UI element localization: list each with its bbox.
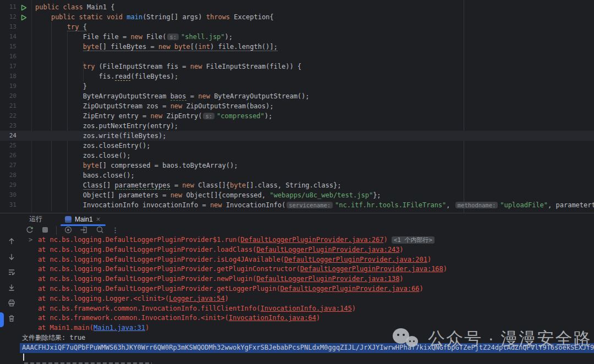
code-line-20[interactable]: 20 ByteArrayOutputStream baos = new Byte…	[0, 91, 594, 101]
console-line[interactable]: at nc.bs.logging.DefaultLoggerPluginProv…	[20, 264, 594, 274]
code-line-22[interactable]: 22 ZipEntry entry = new ZipEntry(s:"comp…	[0, 111, 594, 121]
code-token: =	[186, 92, 199, 100]
down-stack-trace-icon[interactable]	[7, 252, 16, 263]
console-text: at Main1.main(	[22, 324, 94, 332]
close-icon[interactable]: ×	[96, 216, 101, 223]
code-token: File file =	[35, 33, 130, 41]
code-line-28[interactable]: 28 baos.close();	[0, 170, 594, 180]
console-text: )	[399, 275, 403, 283]
code-text: zos.write(fileBytes);	[35, 131, 166, 141]
code-line-14[interactable]: 14 File file = new File(s:"shell.jsp");	[0, 32, 594, 42]
print-icon[interactable]	[7, 299, 16, 309]
line-number: 11	[3, 2, 16, 12]
line-number: 27	[3, 161, 16, 170]
stack-trace-link[interactable]: DefaultLoggerPluginProvider.java:168	[300, 265, 443, 273]
line-number: 31	[3, 200, 16, 210]
run-icon[interactable]	[20, 14, 27, 20]
code-line-12[interactable]: 12 public static void main(String[] args…	[0, 12, 594, 22]
console-text: at nc.bs.framework.common.InvocationInfo…	[22, 305, 260, 312]
stack-trace-link[interactable]: DefaultLoggerPluginProvider.java:243	[256, 246, 399, 253]
code-text: zos.putNextEntry(entry);	[35, 121, 178, 131]
console-line[interactable]: at nc.bs.framework.common.InvocationInfo…	[20, 313, 594, 323]
watermark: 公众号 · 漫漫安全路	[393, 327, 592, 350]
code-line-27[interactable]: 27 byte[] compressed = baos.toByteArray(…	[0, 161, 594, 170]
code-line-13[interactable]: 13 try {	[0, 22, 594, 32]
scroll-to-end-icon[interactable]	[7, 283, 16, 294]
code-text: byte[] compressed = baos.toByteArray();	[35, 161, 238, 170]
wechat-icon	[393, 328, 420, 350]
code-token: byte	[230, 181, 246, 189]
console-line[interactable]: at nc.bs.logging.DefaultLoggerPluginProv…	[20, 255, 594, 265]
code-token: new	[170, 102, 183, 110]
run-toolwindow-header: 运行 Main1 ×	[0, 213, 594, 225]
code-token: =	[170, 181, 183, 189]
code-line-23[interactable]: 23 zos.putNextEntry(entry);	[0, 121, 594, 131]
inlay-hint: servicename:	[287, 202, 333, 208]
code-token	[35, 23, 67, 31]
console-text: )	[224, 295, 228, 302]
stack-trace-link[interactable]: Logger.java:54	[169, 295, 224, 302]
code-line-16[interactable]: 16	[0, 52, 594, 62]
code-token	[35, 162, 83, 169]
run-icon[interactable]	[20, 4, 27, 10]
console-tab-icon	[65, 216, 72, 223]
code-editor[interactable]: 11public class Main1 {12 public static v…	[0, 0, 594, 213]
code-token: Class[]{	[194, 181, 230, 189]
console-line[interactable]: at nc.bs.logging.DefaultLoggerPluginProv…	[20, 245, 594, 255]
stop-icon[interactable]	[41, 226, 49, 235]
fold-marker-icon[interactable]: >	[29, 235, 32, 245]
code-token: [] compressed = baos.toByteArray();	[99, 162, 238, 169]
code-text: byte[] fileBytes = new byte[(int) file.l…	[35, 42, 278, 52]
import-thread-dump-icon[interactable]	[80, 225, 89, 236]
stack-trace-link[interactable]: DefaultLoggerPluginProvider.java:201	[284, 256, 427, 263]
code-line-25[interactable]: 25 zos.closeEntry();	[0, 141, 594, 151]
inlay-hint: s:	[203, 113, 215, 119]
code-line-17[interactable]: 17 try (FileInputStream fis = new FileIn…	[0, 62, 594, 71]
code-token: File(	[142, 33, 166, 41]
code-line-30[interactable]: 30 Object[] parameters = new Object[]{co…	[0, 190, 594, 200]
code-token	[103, 13, 107, 21]
code-line-24[interactable]: 24 zos.write(fileBytes);	[0, 131, 594, 141]
console-line[interactable]: at nc.bs.logging.DefaultLoggerPluginProv…	[20, 284, 594, 294]
rerun-icon[interactable]	[25, 225, 34, 236]
console-line[interactable]	[20, 353, 594, 363]
folded-frames-chip: <1 个内部行>	[392, 236, 435, 244]
up-stack-trace-icon[interactable]	[7, 237, 16, 247]
code-line-18[interactable]: 18 fis.read(fileBytes);	[0, 71, 594, 81]
code-line-21[interactable]: 21 ZipOutputStream zos = new ZipOutputSt…	[0, 101, 594, 111]
console-line[interactable]: at nc.bs.logging.DefaultLoggerPluginProv…	[20, 274, 594, 284]
stack-trace-link[interactable]: InvocationInfo.java:64	[229, 314, 316, 322]
code-token: ByteArrayOutputStream	[35, 92, 170, 100]
console-text: )	[443, 265, 447, 273]
code-line-26[interactable]: 26 zos.close();	[0, 151, 594, 161]
console-line[interactable]: at nc.bs.logging.Logger.<clinit>(Logger.…	[20, 294, 594, 304]
code-line-29[interactable]: 29 Class[] parametertypes = new Class[]{…	[0, 180, 594, 190]
stack-trace-link[interactable]: DefaultLoggerPluginProvider.java:267	[240, 236, 383, 244]
code-token: new	[182, 181, 194, 189]
code-line-19[interactable]: 19 }	[0, 81, 594, 91]
code-text: ZipEntry entry = new ZipEntry(s:"compres…	[35, 111, 272, 121]
code-token: byte	[174, 43, 190, 51]
stack-trace-link[interactable]: DefaultLoggerPluginProvider.java:66	[280, 285, 420, 293]
more-icon[interactable]: ⋮	[112, 227, 119, 234]
stack-trace-link[interactable]: DefaultLoggerPluginProvider.java:138	[256, 275, 399, 283]
stack-trace-link[interactable]: Main1.java:31	[94, 324, 145, 332]
tab-main1[interactable]: Main1 ×	[61, 213, 106, 225]
code-token	[170, 43, 174, 51]
code-text: zos.close();	[35, 151, 130, 161]
profiler-icon[interactable]	[96, 225, 105, 236]
coverage-icon[interactable]	[64, 225, 73, 236]
stack-trace-link[interactable]: InvocationInfo.java:145	[260, 305, 351, 312]
toolwindow-stripe-indicator[interactable]	[0, 312, 4, 327]
soft-wrap-icon[interactable]	[7, 268, 16, 278]
code-line-15[interactable]: 15 byte[] fileBytes = new byte[(int) fil…	[0, 42, 594, 52]
code-line-31[interactable]: 31 InvocationInfo invocationInfo = new I…	[0, 200, 594, 210]
console-line[interactable]: > at nc.bs.logging.DefaultLoggerPluginPr…	[20, 235, 594, 245]
code-line-11[interactable]: 11public class Main1 {	[0, 2, 594, 12]
console-line[interactable]: at nc.bs.framework.common.InvocationInfo…	[20, 304, 594, 314]
clear-console-icon[interactable]	[7, 314, 16, 324]
code-token: main	[127, 13, 142, 21]
line-number: 18	[3, 71, 16, 81]
line-number: 24	[3, 131, 16, 141]
code-text: public static void main(String[] args) t…	[35, 12, 274, 22]
